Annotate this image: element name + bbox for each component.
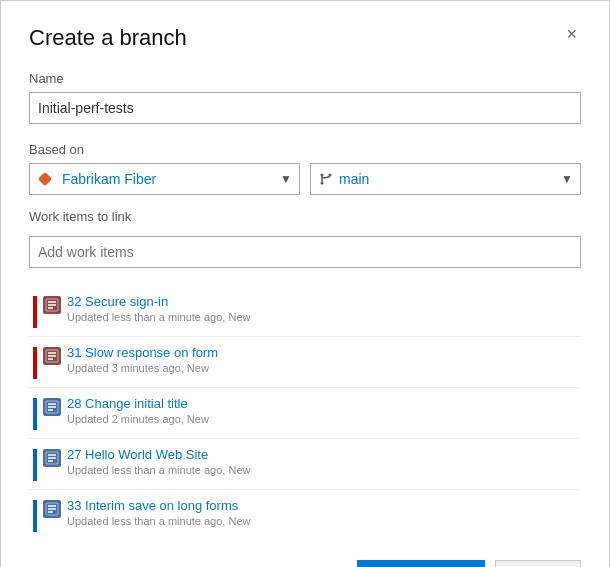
work-item: 28 Change initial title Updated 2 minute…	[29, 388, 581, 439]
repo-select[interactable]: Fabrikam Fiber	[29, 163, 300, 195]
add-work-items-input[interactable]	[29, 236, 581, 268]
cancel-button[interactable]: Cancel	[495, 560, 581, 567]
work-item-info: 28 Change initial title Updated 2 minute…	[67, 396, 209, 425]
close-button[interactable]: ×	[562, 25, 581, 43]
work-item-meta: Updated less than a minute ago, New	[67, 515, 250, 527]
name-label: Name	[29, 71, 581, 86]
branch-select[interactable]: main	[310, 163, 581, 195]
based-on-label: Based on	[29, 142, 581, 157]
work-item-color-bar	[33, 347, 37, 379]
work-item-meta: Updated less than a minute ago, New	[67, 311, 250, 323]
based-on-row: Fabrikam Fiber ▼ main	[29, 163, 581, 195]
work-item-title: 28 Change initial title	[67, 396, 209, 411]
work-item-title: 32 Secure sign-in	[67, 294, 250, 309]
based-on-section: Based on Fabrikam Fiber ▼	[29, 142, 581, 195]
work-item-color-bar	[33, 296, 37, 328]
work-items-label: Work items to link	[29, 209, 581, 224]
work-item-icon	[43, 449, 61, 467]
work-items-section: Work items to link	[29, 209, 581, 268]
dialog-title: Create a branch	[29, 25, 187, 51]
work-item: 32 Secure sign-in Updated less than a mi…	[29, 286, 581, 337]
create-branch-dialog: Create a branch × Name Based on Fabrikam…	[0, 0, 610, 567]
branch-select-wrapper: main ▼	[310, 163, 581, 195]
work-item: 33 Interim save on long forms Updated le…	[29, 490, 581, 540]
work-item-title: 33 Interim save on long forms	[67, 498, 250, 513]
work-item-info: 33 Interim save on long forms Updated le…	[67, 498, 250, 527]
work-item-meta: Updated 3 minutes ago, New	[67, 362, 218, 374]
repo-select-wrapper: Fabrikam Fiber ▼	[29, 163, 300, 195]
work-item: 31 Slow response on form Updated 3 minut…	[29, 337, 581, 388]
work-item-info: 32 Secure sign-in Updated less than a mi…	[67, 294, 250, 323]
create-branch-button[interactable]: Create branch	[357, 560, 486, 567]
name-input[interactable]	[29, 92, 581, 124]
work-item-info: 31 Slow response on form Updated 3 minut…	[67, 345, 218, 374]
work-item-icon	[43, 296, 61, 314]
work-item-title: 31 Slow response on form	[67, 345, 218, 360]
work-item-icon	[43, 398, 61, 416]
work-item-info: 27 Hello World Web Site Updated less tha…	[67, 447, 250, 476]
dialog-header: Create a branch ×	[29, 25, 581, 51]
work-item: 27 Hello World Web Site Updated less tha…	[29, 439, 581, 490]
work-items-list: 32 Secure sign-in Updated less than a mi…	[29, 286, 581, 540]
work-item-icon	[43, 347, 61, 365]
work-item-icon	[43, 500, 61, 518]
name-field-group: Name	[29, 71, 581, 124]
work-item-title: 27 Hello World Web Site	[67, 447, 250, 462]
work-item-meta: Updated 2 minutes ago, New	[67, 413, 209, 425]
dialog-footer: Create branch Cancel	[29, 540, 581, 567]
work-item-color-bar	[33, 449, 37, 481]
work-item-color-bar	[33, 398, 37, 430]
work-item-color-bar	[33, 500, 37, 532]
work-item-meta: Updated less than a minute ago, New	[67, 464, 250, 476]
